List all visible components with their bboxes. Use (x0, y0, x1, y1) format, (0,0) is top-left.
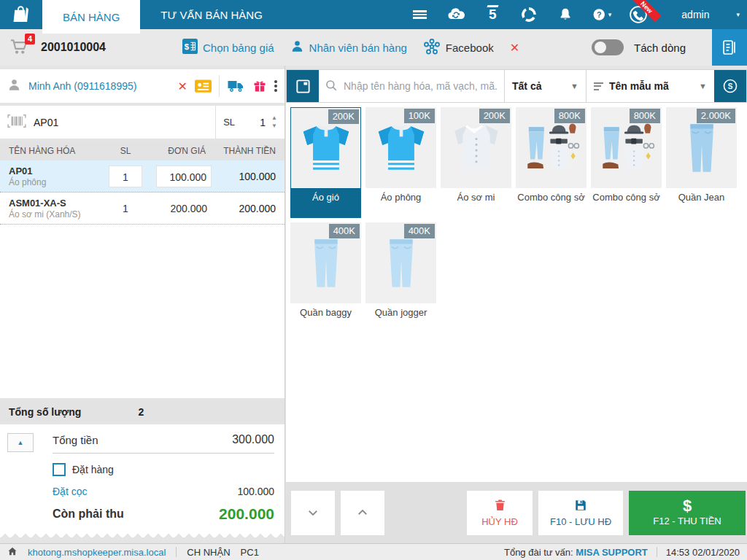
cloud-sync-icon[interactable] (446, 5, 465, 24)
product-tile[interactable]: 400K Quần jogger (365, 222, 436, 319)
dollar-icon: $ (683, 499, 692, 513)
menu-icon[interactable] (410, 5, 429, 24)
member-card-icon[interactable] (195, 79, 212, 93)
product-tile[interactable]: 2.000K Quần Jean (666, 107, 737, 218)
item-price-input[interactable]: 100.000 (156, 166, 212, 187)
price-badge: 400K (329, 224, 360, 238)
status-bar: khotong.mshopkeeper.misa.local CH NHẬN P… (0, 543, 747, 560)
cancel-order-button[interactable]: HỦY HĐ (467, 491, 533, 535)
sort-value: Tên mẫu mã (609, 80, 669, 92)
price-badge: 800K (554, 109, 585, 123)
product-icon (448, 120, 505, 176)
search-input[interactable] (344, 80, 498, 92)
split-line-toggle[interactable] (592, 39, 624, 55)
home-icon[interactable] (7, 546, 18, 559)
remaining-value: 200.000 (219, 505, 274, 523)
product-icon (298, 235, 355, 292)
item-qty-input[interactable]: 1 (109, 166, 142, 187)
product-image: 400K (365, 222, 436, 303)
order-cart-icon[interactable]: 4 (9, 36, 31, 58)
item-total: 200.000 (212, 203, 276, 214)
cart-row[interactable]: ASM01-XA-S Áo sơ mi (Xanh/S) 1 200.000 2… (0, 192, 285, 225)
category-filter-select[interactable]: Tất cả ▼ (504, 70, 586, 102)
product-tile[interactable]: 200K Áo sơ mi (441, 107, 511, 218)
barcode-input[interactable] (34, 117, 215, 128)
scroll-down-button[interactable] (291, 491, 335, 535)
order-bar: 4 2001010004 $ Chọn bảng giá Nhân viên b… (0, 29, 747, 66)
support-value: MISA SUPPORT (576, 547, 647, 558)
qty-stepper[interactable]: ▲▼ (271, 116, 277, 128)
header-name: TÊN HÀNG HÓA (9, 146, 107, 156)
product-image: 100K (365, 107, 436, 188)
price-badge: 100K (404, 109, 435, 123)
qty-value[interactable]: 1 (235, 117, 266, 128)
cart-table-header: TÊN HÀNG HÓA SL ĐƠN GIÁ THÀNH TIỀN (0, 141, 285, 160)
misa-five-icon[interactable]: 5 (483, 5, 502, 24)
server-url-link[interactable]: khotong.mshopkeeper.misa.local (28, 547, 166, 558)
topbar-icons: 5 ? ▾ New (410, 0, 652, 29)
save-floppy-icon (574, 499, 587, 514)
catalog-panel: Tất cả ▼ Tên mẫu mã ▼ S 200K Áo gió 100K (285, 66, 747, 543)
pc-name: PC1 (241, 547, 259, 558)
price-badge: 400K (404, 224, 435, 238)
header-qty: SL (107, 146, 144, 156)
stepper-up-icon[interactable]: ▲ (271, 116, 277, 120)
deposit-link[interactable]: Đặt cọc (53, 486, 87, 497)
app-logo-icon[interactable] (0, 0, 42, 29)
svg-text:?: ? (597, 10, 602, 19)
stepper-down-icon[interactable]: ▼ (271, 124, 277, 128)
item-code: ASM01-XA-S (9, 198, 107, 209)
size-display-button[interactable]: S (714, 70, 746, 102)
order-list-button[interactable] (712, 29, 747, 66)
pricelist-icon: $ (182, 39, 198, 56)
product-tile[interactable]: 400K Quần baggy (290, 222, 361, 319)
choose-pricelist-button[interactable]: $ Chọn bảng giá (182, 39, 274, 56)
pay-button[interactable]: $ F12 - THU TIỀN (629, 491, 746, 535)
support-label: Tổng đài tư vấn: (504, 547, 573, 558)
product-tile[interactable]: 800K Combo công sở (516, 107, 587, 218)
remove-customer-icon[interactable]: ✕ (178, 79, 187, 93)
order-checkbox[interactable] (53, 463, 66, 476)
product-name: Áo gió (291, 188, 360, 217)
facebook-button[interactable]: Facebook (423, 38, 494, 58)
item-qty-input[interactable]: 1 (109, 198, 142, 219)
item-price-input[interactable]: 200.000 (156, 198, 212, 219)
gift-icon[interactable] (252, 79, 267, 93)
more-options-icon[interactable] (274, 79, 277, 93)
customer-name-link[interactable]: Minh Anh (0911618995) (28, 80, 171, 92)
main-area: Minh Anh (0911618995) ✕ (0, 66, 747, 543)
tab-tu-van-ban-hang[interactable]: TƯ VẤN BÁN HÀNG (140, 0, 283, 29)
cart-rows: AP01 Áo phông 1 100.000 100.000 ASM01-XA… (0, 160, 285, 225)
order-bar-right: Tách dòng (592, 29, 747, 66)
help-icon[interactable]: ? ▾ (592, 5, 611, 24)
salesman-button[interactable]: Nhân viên bán hàng (290, 39, 407, 55)
order-checkbox-row: Đặt hàng (53, 463, 274, 476)
remove-facebook-icon[interactable]: ✕ (510, 41, 519, 55)
hotline-phone-icon[interactable]: New (629, 5, 648, 24)
support-hotline: Tổng đài tư vấn: MISA SUPPORT (504, 547, 648, 558)
cart-row[interactable]: AP01 Áo phông 1 100.000 100.000 (0, 160, 285, 192)
search-icon (325, 79, 338, 94)
totals-card: ▲ Tổng tiền 300.000 Đặt hàng Đặt cọc 100… (0, 424, 285, 530)
product-name: Áo sơ mi (441, 192, 511, 204)
cancel-order-label: HỦY HĐ (481, 516, 518, 527)
delivery-truck-icon[interactable] (227, 79, 245, 93)
product-tile[interactable]: 800K Combo công sở (591, 107, 662, 218)
facebook-label: Facebook (446, 42, 494, 54)
total-label: Tổng tiền (53, 434, 98, 446)
sort-select[interactable]: Tên mẫu mã ▼ (586, 70, 714, 102)
notifications-bell-icon[interactable] (556, 5, 575, 24)
user-menu[interactable]: admin ▾ (652, 0, 747, 29)
collapse-totals-button[interactable]: ▲ (7, 433, 34, 452)
scroll-up-button[interactable] (341, 491, 384, 535)
layout-grid-button[interactable] (287, 70, 319, 102)
product-tile[interactable]: 200K Áo gió (290, 107, 361, 218)
help-caret-icon: ▾ (608, 11, 612, 18)
save-order-button[interactable]: F10 - LƯU HĐ (538, 491, 623, 535)
swirl-icon[interactable] (519, 5, 538, 24)
tab-ban-hang[interactable]: BÁN HÀNG (42, 0, 140, 34)
deposit-row: Đặt cọc 100.000 (53, 486, 274, 497)
product-tile[interactable]: 100K Áo phông (365, 107, 436, 218)
deposit-value: 100.000 (237, 486, 274, 497)
cart-count-badge: 4 (25, 34, 35, 44)
